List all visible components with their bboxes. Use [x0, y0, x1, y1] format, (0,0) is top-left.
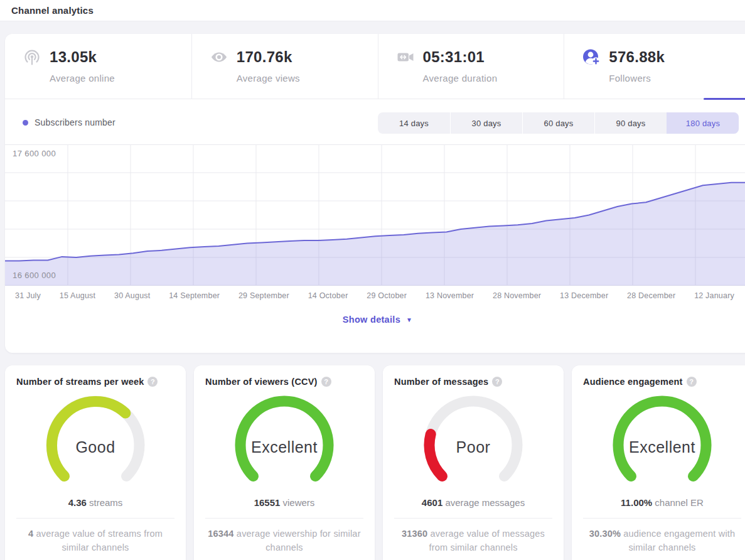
legend-label: Subscribers number: [35, 117, 115, 127]
y-axis-min-label: 16 600 000: [13, 271, 56, 280]
stat-label: Average online: [50, 73, 191, 83]
chart-legend: Subscribers number: [23, 117, 115, 127]
help-icon[interactable]: ?: [492, 377, 502, 387]
help-icon[interactable]: ?: [321, 377, 331, 387]
range-180-days[interactable]: 180 days: [667, 112, 739, 134]
gauge-value: 4.36 streams: [15, 497, 176, 508]
x-tick-label: 14 September: [169, 291, 220, 300]
stat-average-views[interactable]: 170.76k Average views: [191, 34, 378, 99]
broadcast-icon: [23, 48, 41, 67]
x-tick-label: 30 August: [114, 291, 150, 300]
gauge-value: 4601 average messages: [393, 497, 554, 508]
stats-tabs: 13.05k Average online 170.76k Average vi…: [5, 34, 745, 99]
x-tick-label: 28 November: [493, 291, 541, 300]
card-divider: [205, 518, 363, 519]
gauge: Good: [15, 390, 176, 490]
card-title: Number of streams per week: [16, 377, 144, 387]
stat-average-duration[interactable]: 05:31:01 Average duration: [378, 34, 564, 99]
stat-followers[interactable]: 576.88k Followers: [564, 34, 745, 99]
x-tick-label: 13 December: [560, 291, 608, 300]
y-axis-max-label: 17 600 000: [13, 149, 56, 158]
gauge-value: 11.00% channel ER: [582, 497, 742, 508]
card-footer: 4 average value of streams from similar …: [18, 527, 173, 555]
card-footer: 30.30% audience engagement with similar …: [585, 527, 739, 555]
stat-label: Average duration: [423, 73, 564, 83]
x-tick-label: 28 December: [627, 291, 675, 300]
card-divider: [394, 518, 552, 519]
video-camera-icon: [396, 48, 415, 67]
x-tick-label: 14 October: [308, 291, 348, 300]
stat-value: 05:31:01: [423, 48, 485, 66]
card-title: Audience engagement: [583, 377, 683, 387]
followers-chart-section: Subscribers number 14 days 30 days 60 da…: [5, 99, 745, 325]
date-range-selector: 14 days 30 days 60 days 90 days 180 days: [378, 112, 739, 134]
range-60-days[interactable]: 60 days: [522, 112, 594, 134]
show-details-button[interactable]: Show details ▼: [343, 315, 412, 325]
gauge-card: Number of messages ? Poor 4601 average m…: [383, 365, 564, 560]
x-tick-label: 31 July: [15, 291, 41, 300]
x-tick-label: 12 January: [694, 291, 734, 300]
user-add-icon: [582, 48, 601, 67]
gauge-rating: Excellent: [582, 438, 742, 456]
legend-dot-icon: [23, 120, 28, 126]
stat-value: 170.76k: [237, 48, 292, 66]
range-90-days[interactable]: 90 days: [594, 112, 667, 134]
stat-average-online[interactable]: 13.05k Average online: [5, 34, 191, 99]
gauge-rating: Poor: [393, 438, 554, 456]
range-14-days[interactable]: 14 days: [378, 112, 450, 134]
gauge: Poor: [393, 390, 554, 490]
x-tick-label: 15 August: [60, 291, 95, 300]
card-footer: 31360 average value of messages from sim…: [396, 527, 550, 555]
stat-label: Average views: [237, 73, 378, 83]
gauge-card: Number of streams per week ? Good 4.36 s…: [5, 365, 186, 560]
x-tick-label: 29 October: [367, 291, 407, 300]
card-divider: [16, 518, 174, 519]
benchmark-cards-row: Number of streams per week ? Good 4.36 s…: [5, 365, 745, 560]
stat-value: 576.88k: [609, 48, 665, 66]
stat-value: 13.05k: [50, 48, 97, 66]
gauge: Excellent: [204, 390, 365, 490]
help-icon[interactable]: ?: [687, 377, 697, 387]
help-icon[interactable]: ?: [147, 377, 158, 387]
x-axis-labels: 31 July15 August30 August14 September29 …: [5, 286, 745, 300]
gauge-value: 16551 viewers: [204, 497, 365, 508]
eye-icon: [210, 48, 228, 67]
x-tick-label: 29 September: [239, 291, 289, 300]
gauge-rating: Excellent: [204, 438, 365, 456]
x-tick-label: 13 November: [426, 291, 474, 300]
gauge-card: Audience engagement ? Excellent 11.00% c…: [572, 365, 745, 560]
gauge: Excellent: [582, 390, 742, 490]
stat-label: Followers: [609, 73, 745, 83]
range-30-days[interactable]: 30 days: [450, 112, 522, 134]
gauge-rating: Good: [15, 438, 176, 456]
page-header: Channel analytics: [0, 0, 745, 21]
card-title: Number of viewers (CCV): [205, 377, 318, 387]
card-divider: [583, 518, 741, 519]
chevron-down-icon: ▼: [406, 316, 412, 323]
subscribers-area-chart[interactable]: 17 600 000 16 600 000: [5, 144, 745, 286]
page-title: Channel analytics: [11, 5, 94, 16]
card-title: Number of messages: [394, 377, 488, 387]
card-footer: 16344 average viewership for similar cha…: [207, 527, 362, 555]
gauge-card: Number of viewers (CCV) ? Excellent 1655…: [194, 365, 375, 560]
analytics-card: 13.05k Average online 170.76k Average vi…: [5, 34, 745, 353]
